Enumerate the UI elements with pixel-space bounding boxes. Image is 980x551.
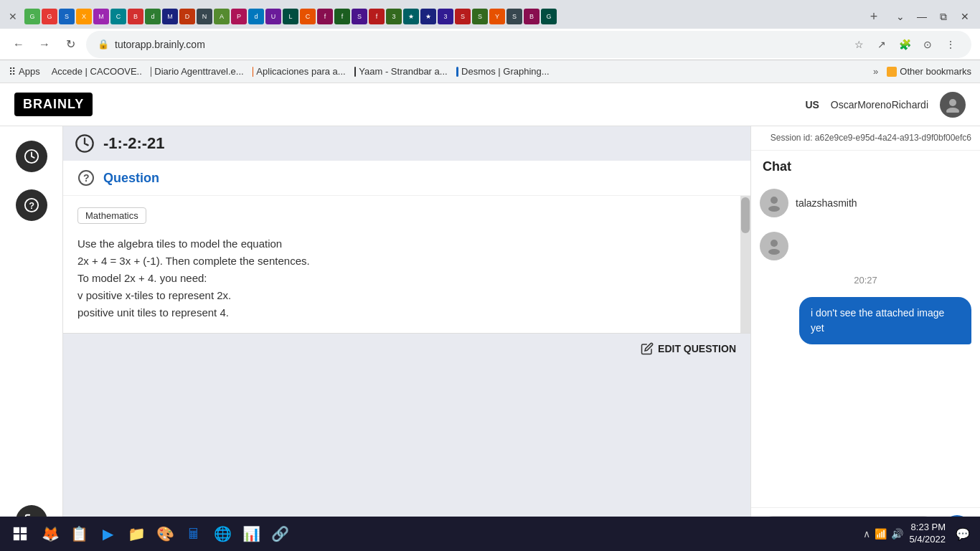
question-line-4: v positive x-tiles to represent 2x. <box>77 289 231 301</box>
tab-favicon[interactable]: C <box>110 9 126 24</box>
bookmark-item-3[interactable]: Aplicaciones para a... <box>253 66 346 77</box>
avatar[interactable] <box>940 92 966 118</box>
svg-point-0 <box>949 99 956 106</box>
tab-favicon[interactable]: Y <box>489 9 505 24</box>
tab-favicon[interactable]: B <box>128 9 143 24</box>
extensions-icon[interactable]: 🧩 <box>895 35 914 54</box>
scrollbar-thumb[interactable] <box>741 197 750 233</box>
bookmark-label-1: Accede | CACOOVE... <box>52 66 142 77</box>
tab-favicon[interactable]: S <box>352 9 367 24</box>
brainly-logo[interactable]: BRAINLY <box>14 93 93 116</box>
chevron-up-icon[interactable]: ∧ <box>863 528 870 540</box>
locale: US <box>805 99 819 110</box>
session-id: Session id: a62e9ce9-e95d-4a24-a913-d9f0… <box>751 126 980 151</box>
logo-box: BRAINLY <box>14 93 93 116</box>
start-button[interactable] <box>6 519 34 548</box>
tab-favicon[interactable]: f <box>334 9 350 24</box>
minimize-button[interactable]: — <box>913 7 931 26</box>
tab-favicon[interactable]: d <box>248 9 264 24</box>
tab-favicon[interactable]: L <box>283 9 298 24</box>
tab-favicon[interactable]: S <box>507 9 522 24</box>
taskbar-app-1[interactable]: 📋 <box>66 521 92 547</box>
other-bookmarks[interactable]: Other bookmarks <box>887 66 971 77</box>
clock-icon[interactable] <box>16 141 47 172</box>
new-tab-button[interactable]: + <box>864 6 884 27</box>
question-line-3: To model 2x + 4. you need: <box>77 272 207 284</box>
taskbar-app-5[interactable]: 🖩 <box>181 521 207 547</box>
svg-rect-15 <box>14 534 19 540</box>
profile-icon[interactable]: ⊙ <box>918 35 937 54</box>
tab-favicon[interactable]: d <box>145 9 161 24</box>
content-area: ? -1:-2:-21 <box>0 126 980 551</box>
apps-bookmark[interactable]: ⠿ Apps <box>9 66 40 77</box>
taskbar-app-7[interactable]: 🔗 <box>267 521 293 547</box>
svg-rect-14 <box>21 527 27 533</box>
more-bookmarks[interactable]: » <box>873 66 878 77</box>
bookmark-item-2[interactable]: Diario Agenttravel.e... <box>151 66 244 77</box>
tab-favicon[interactable]: C <box>300 9 316 24</box>
svg-point-10 <box>768 206 780 212</box>
bookmark-item-4[interactable]: Yaam - Strandbar a... <box>354 66 448 77</box>
taskbar-app-6[interactable]: 📊 <box>238 521 264 547</box>
tab-favicon[interactable]: U <box>265 9 281 24</box>
help-icon[interactable]: ? <box>16 189 47 221</box>
bookmark-item-5[interactable]: Desmos | Graphing... <box>456 66 550 77</box>
tab-controls: ⌄ — ⧉ ✕ <box>891 7 974 26</box>
right-panel: Session id: a62e9ce9-e95d-4a24-a913-d9f0… <box>750 126 980 551</box>
bookmark-item-1[interactable]: Accede | CACOOVE... <box>49 66 142 77</box>
tab-favicon[interactable]: f <box>317 9 333 24</box>
main-content: -1:-2:-21 ? Question Mathematics Use th <box>63 126 750 551</box>
tab-favicon[interactable]: f <box>369 9 385 24</box>
forward-button[interactable]: → <box>34 34 55 55</box>
close-button[interactable]: ✕ <box>956 7 974 26</box>
tab-favicon[interactable]: 3 <box>386 9 402 24</box>
app-container: BRAINLY US OscarMorenoRichardi <box>0 83 980 551</box>
tab-favicon[interactable]: 3 <box>438 9 453 24</box>
tab-favicon[interactable]: S <box>59 9 75 24</box>
tab-favicon[interactable]: G <box>24 9 40 24</box>
tab-list-button[interactable]: ⌄ <box>891 7 910 26</box>
chat-avatar-1 <box>760 189 788 217</box>
wifi-icon: 📶 <box>875 528 887 540</box>
bookmark-icon[interactable]: ☆ <box>849 35 868 54</box>
tab-close[interactable]: ✕ <box>6 9 20 24</box>
header-right: US OscarMorenoRichardi <box>805 92 966 118</box>
tab-favicon[interactable]: B <box>524 9 540 24</box>
tab-favicon[interactable]: S <box>455 9 471 24</box>
volume-icon[interactable]: 🔊 <box>891 528 903 540</box>
notification-button[interactable]: 💬 <box>951 522 974 545</box>
bookmark-label-2: Diario Agenttravel.e... <box>154 66 243 77</box>
tab-favicon[interactable]: P <box>231 9 247 24</box>
share-icon[interactable]: ↗ <box>872 35 891 54</box>
svg-rect-13 <box>14 527 19 533</box>
tab-favicon[interactable]: ★ <box>420 9 436 24</box>
taskbar-sys-icons: ∧ 📶 🔊 <box>863 528 903 540</box>
reload-button[interactable]: ↻ <box>60 34 80 55</box>
taskbar-app-4[interactable]: 🎨 <box>152 521 178 547</box>
svg-point-11 <box>771 240 778 247</box>
tab-favicon[interactable]: X <box>76 9 92 24</box>
taskbar-app-3[interactable]: 📁 <box>123 521 149 547</box>
tab-favicon[interactable]: S <box>472 9 488 24</box>
tab-favicon[interactable]: N <box>197 9 212 24</box>
tab-favicon[interactable]: G <box>541 9 557 24</box>
vertical-scrollbar[interactable] <box>740 196 750 333</box>
tab-favicon[interactable]: A <box>214 9 230 24</box>
tab-favicon[interactable]: M <box>93 9 109 24</box>
edit-question-button[interactable]: EDIT QUESTION <box>641 342 736 355</box>
taskbar-app-2[interactable]: ▶ <box>95 521 121 547</box>
restore-button[interactable]: ⧉ <box>934 7 953 26</box>
taskbar-chrome-icon[interactable]: 🌐 <box>209 521 235 547</box>
url-bar[interactable]: 🔒 tutorapp.brainly.com ☆ ↗ 🧩 ⊙ ⋮ <box>86 31 971 58</box>
tab-favicon[interactable]: M <box>162 9 178 24</box>
back-button[interactable]: ← <box>9 34 29 55</box>
left-sidebar: ? <box>0 126 63 551</box>
menu-icon[interactable]: ⋮ <box>941 35 960 54</box>
question-header: ? Question <box>63 161 750 196</box>
taskbar-browser-icon[interactable]: 🦊 <box>37 521 63 547</box>
tab-favicon[interactable]: D <box>179 9 195 24</box>
question-line-2: 2x + 4 = 3x + (-1). Then complete the se… <box>77 255 310 267</box>
tab-favicon[interactable]: G <box>42 9 57 24</box>
svg-rect-16 <box>21 534 27 540</box>
tab-favicon[interactable]: ★ <box>403 9 419 24</box>
